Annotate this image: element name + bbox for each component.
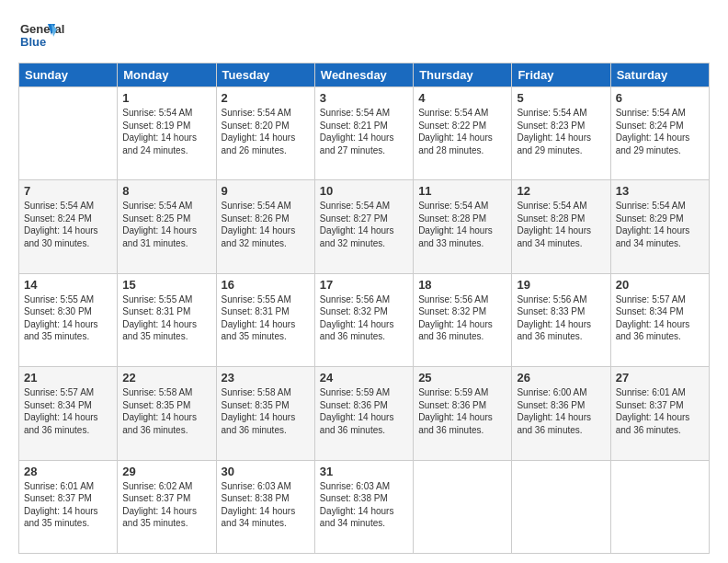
cell-day-number: 5 bbox=[517, 91, 605, 105]
cell-info: Sunrise: 5:54 AM Sunset: 8:27 PM Dayligh… bbox=[320, 200, 408, 249]
cell-info: Sunrise: 6:00 AM Sunset: 8:36 PM Dayligh… bbox=[517, 386, 605, 436]
cell-day-number: 15 bbox=[122, 278, 210, 292]
calendar-cell: 12Sunrise: 5:54 AM Sunset: 8:28 PM Dayli… bbox=[512, 180, 610, 273]
cell-day-number: 6 bbox=[616, 91, 704, 105]
calendar-header-saturday: Saturday bbox=[610, 63, 709, 87]
calendar-cell: 9Sunrise: 5:54 AM Sunset: 8:26 PM Daylig… bbox=[216, 180, 314, 273]
calendar-cell: 2Sunrise: 5:54 AM Sunset: 8:20 PM Daylig… bbox=[216, 87, 314, 180]
cell-day-number: 31 bbox=[320, 465, 408, 478]
calendar-cell: 24Sunrise: 5:59 AM Sunset: 8:36 PM Dayli… bbox=[314, 367, 413, 460]
calendar-header-wednesday: Wednesday bbox=[314, 63, 413, 87]
cell-info: Sunrise: 6:03 AM Sunset: 8:38 PM Dayligh… bbox=[320, 480, 408, 530]
calendar-cell: 25Sunrise: 5:59 AM Sunset: 8:36 PM Dayli… bbox=[414, 367, 512, 460]
cell-day-number: 23 bbox=[222, 371, 310, 385]
calendar-cell bbox=[610, 460, 709, 553]
cell-info: Sunrise: 5:59 AM Sunset: 8:36 PM Dayligh… bbox=[418, 386, 506, 436]
cell-day-number: 25 bbox=[418, 371, 506, 385]
cell-info: Sunrise: 6:03 AM Sunset: 8:38 PM Dayligh… bbox=[222, 480, 310, 530]
cell-day-number: 8 bbox=[122, 184, 210, 198]
calendar-header-tuesday: Tuesday bbox=[216, 63, 314, 87]
cell-day-number: 3 bbox=[320, 91, 408, 105]
calendar-cell bbox=[414, 460, 512, 553]
calendar-cell: 5Sunrise: 5:54 AM Sunset: 8:23 PM Daylig… bbox=[512, 87, 610, 180]
cell-day-number: 9 bbox=[222, 184, 310, 198]
cell-info: Sunrise: 5:57 AM Sunset: 8:34 PM Dayligh… bbox=[24, 386, 112, 436]
calendar-header-friday: Friday bbox=[512, 63, 610, 87]
cell-day-number: 7 bbox=[24, 184, 112, 198]
page: General Blue SundayMondayTuesdayWednesda… bbox=[0, 0, 728, 563]
cell-info: Sunrise: 5:54 AM Sunset: 8:26 PM Dayligh… bbox=[222, 200, 310, 249]
calendar-week-5: 28Sunrise: 6:01 AM Sunset: 8:37 PM Dayli… bbox=[19, 460, 710, 553]
calendar-cell: 30Sunrise: 6:03 AM Sunset: 8:38 PM Dayli… bbox=[216, 460, 314, 553]
cell-day-number: 4 bbox=[418, 91, 506, 105]
cell-info: Sunrise: 5:55 AM Sunset: 8:30 PM Dayligh… bbox=[24, 293, 112, 343]
calendar-cell: 17Sunrise: 5:56 AM Sunset: 8:32 PM Dayli… bbox=[314, 273, 413, 366]
calendar-cell: 10Sunrise: 5:54 AM Sunset: 8:27 PM Dayli… bbox=[314, 180, 413, 273]
cell-info: Sunrise: 5:54 AM Sunset: 8:28 PM Dayligh… bbox=[517, 200, 605, 249]
cell-info: Sunrise: 6:01 AM Sunset: 8:37 PM Dayligh… bbox=[616, 386, 704, 436]
calendar-cell: 3Sunrise: 5:54 AM Sunset: 8:21 PM Daylig… bbox=[314, 87, 413, 180]
calendar-cell: 16Sunrise: 5:55 AM Sunset: 8:31 PM Dayli… bbox=[216, 273, 314, 366]
cell-day-number: 10 bbox=[320, 184, 408, 198]
cell-info: Sunrise: 5:54 AM Sunset: 8:21 PM Dayligh… bbox=[320, 107, 408, 156]
calendar-cell: 23Sunrise: 5:58 AM Sunset: 8:35 PM Dayli… bbox=[216, 367, 314, 460]
calendar-cell: 22Sunrise: 5:58 AM Sunset: 8:35 PM Dayli… bbox=[118, 367, 216, 460]
calendar-cell: 18Sunrise: 5:56 AM Sunset: 8:32 PM Dayli… bbox=[414, 273, 512, 366]
cell-day-number: 2 bbox=[222, 91, 310, 105]
calendar-table: SundayMondayTuesdayWednesdayThursdayFrid… bbox=[18, 63, 710, 554]
calendar-cell bbox=[512, 460, 610, 553]
cell-info: Sunrise: 5:58 AM Sunset: 8:35 PM Dayligh… bbox=[122, 386, 210, 436]
cell-day-number: 30 bbox=[222, 465, 310, 478]
cell-day-number: 24 bbox=[320, 371, 408, 385]
cell-day-number: 13 bbox=[616, 184, 704, 198]
cell-info: Sunrise: 5:54 AM Sunset: 8:28 PM Dayligh… bbox=[418, 200, 506, 249]
cell-info: Sunrise: 5:55 AM Sunset: 8:31 PM Dayligh… bbox=[122, 293, 210, 343]
cell-info: Sunrise: 6:02 AM Sunset: 8:37 PM Dayligh… bbox=[122, 480, 210, 530]
cell-day-number: 17 bbox=[320, 278, 408, 292]
cell-day-number: 29 bbox=[122, 465, 210, 478]
cell-day-number: 12 bbox=[517, 184, 605, 198]
calendar-cell bbox=[19, 87, 118, 180]
calendar-cell: 26Sunrise: 6:00 AM Sunset: 8:36 PM Dayli… bbox=[512, 367, 610, 460]
cell-info: Sunrise: 5:56 AM Sunset: 8:32 PM Dayligh… bbox=[418, 293, 506, 343]
calendar-cell: 13Sunrise: 5:54 AM Sunset: 8:29 PM Dayli… bbox=[610, 180, 709, 273]
calendar-cell: 4Sunrise: 5:54 AM Sunset: 8:22 PM Daylig… bbox=[414, 87, 512, 180]
cell-day-number: 28 bbox=[24, 465, 112, 478]
calendar-cell: 29Sunrise: 6:02 AM Sunset: 8:37 PM Dayli… bbox=[118, 460, 216, 553]
cell-day-number: 21 bbox=[24, 371, 112, 385]
cell-info: Sunrise: 5:55 AM Sunset: 8:31 PM Dayligh… bbox=[222, 293, 310, 343]
cell-day-number: 16 bbox=[222, 278, 310, 292]
cell-info: Sunrise: 5:54 AM Sunset: 8:20 PM Dayligh… bbox=[222, 107, 310, 156]
cell-info: Sunrise: 5:54 AM Sunset: 8:22 PM Dayligh… bbox=[418, 107, 506, 156]
calendar-cell: 1Sunrise: 5:54 AM Sunset: 8:19 PM Daylig… bbox=[118, 87, 216, 180]
calendar-cell: 19Sunrise: 5:56 AM Sunset: 8:33 PM Dayli… bbox=[512, 273, 610, 366]
calendar-header-sunday: Sunday bbox=[19, 63, 118, 87]
cell-day-number: 22 bbox=[122, 371, 210, 385]
cell-info: Sunrise: 5:56 AM Sunset: 8:33 PM Dayligh… bbox=[517, 293, 605, 343]
calendar-cell: 21Sunrise: 5:57 AM Sunset: 8:34 PM Dayli… bbox=[19, 367, 118, 460]
cell-day-number: 20 bbox=[616, 278, 704, 292]
svg-text:General: General bbox=[20, 22, 64, 36]
calendar-week-3: 14Sunrise: 5:55 AM Sunset: 8:30 PM Dayli… bbox=[19, 273, 710, 366]
cell-info: Sunrise: 5:54 AM Sunset: 8:19 PM Dayligh… bbox=[122, 107, 210, 156]
cell-info: Sunrise: 5:54 AM Sunset: 8:23 PM Dayligh… bbox=[517, 107, 605, 156]
cell-day-number: 11 bbox=[418, 184, 506, 198]
cell-info: Sunrise: 5:54 AM Sunset: 8:29 PM Dayligh… bbox=[616, 200, 704, 249]
calendar-cell: 28Sunrise: 6:01 AM Sunset: 8:37 PM Dayli… bbox=[19, 460, 118, 553]
logo: General Blue bbox=[18, 17, 83, 53]
calendar-header-monday: Monday bbox=[118, 63, 216, 87]
calendar-cell: 20Sunrise: 5:57 AM Sunset: 8:34 PM Dayli… bbox=[610, 273, 709, 366]
calendar-cell: 8Sunrise: 5:54 AM Sunset: 8:25 PM Daylig… bbox=[118, 180, 216, 273]
cell-info: Sunrise: 6:01 AM Sunset: 8:37 PM Dayligh… bbox=[24, 480, 112, 530]
cell-day-number: 1 bbox=[122, 91, 210, 105]
calendar-cell: 6Sunrise: 5:54 AM Sunset: 8:24 PM Daylig… bbox=[610, 87, 709, 180]
cell-info: Sunrise: 5:54 AM Sunset: 8:25 PM Dayligh… bbox=[122, 200, 210, 249]
cell-info: Sunrise: 5:54 AM Sunset: 8:24 PM Dayligh… bbox=[24, 200, 112, 249]
calendar-cell: 31Sunrise: 6:03 AM Sunset: 8:38 PM Dayli… bbox=[314, 460, 413, 553]
cell-day-number: 14 bbox=[24, 278, 112, 292]
calendar-cell: 27Sunrise: 6:01 AM Sunset: 8:37 PM Dayli… bbox=[610, 367, 709, 460]
calendar-cell: 15Sunrise: 5:55 AM Sunset: 8:31 PM Dayli… bbox=[118, 273, 216, 366]
calendar-week-2: 7Sunrise: 5:54 AM Sunset: 8:24 PM Daylig… bbox=[19, 180, 710, 273]
cell-info: Sunrise: 5:54 AM Sunset: 8:24 PM Dayligh… bbox=[616, 107, 704, 156]
svg-text:Blue: Blue bbox=[20, 35, 46, 49]
